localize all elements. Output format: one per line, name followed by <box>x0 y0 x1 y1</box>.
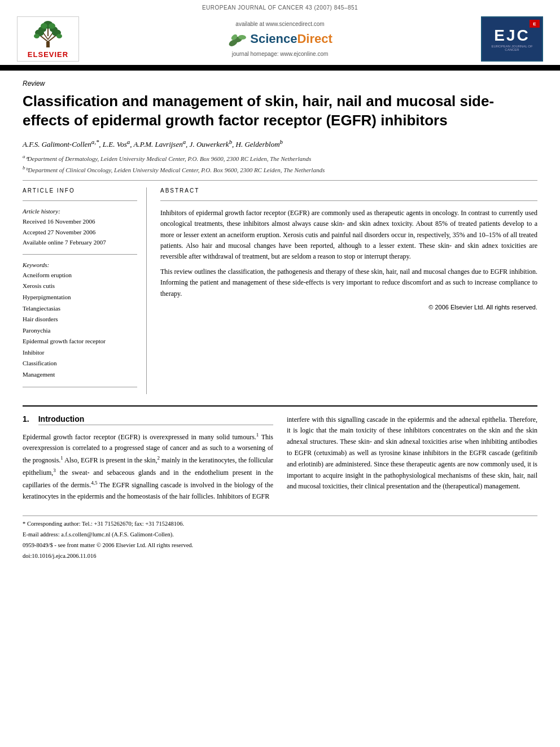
keyword-1: Acneiform eruption <box>23 270 137 281</box>
ejc-subtitle: EUROPEAN JOURNAL OF CANCER <box>482 45 542 51</box>
available-date: Available online 7 February 2007 <box>23 238 137 247</box>
footer-notes: * Corresponding author: Tel.: +31 715262… <box>23 516 537 561</box>
affiliation-b: bᵇDepartment of Clinical Oncology, Leide… <box>23 165 537 174</box>
elsevier-label: ELSEVIER <box>28 50 68 59</box>
introduction-section: 1. Introduction Epidermal growth factor … <box>23 414 537 507</box>
section-1-title: Introduction <box>38 414 273 425</box>
svg-point-12 <box>49 23 55 29</box>
ejc-logo: EJC EUROPEAN JOURNAL OF CANCER E <box>481 16 543 62</box>
abstract-header: ABSTRACT <box>160 187 537 194</box>
black-bar <box>0 66 560 71</box>
email-note: E-mail address: a.f.s.collen@lumc.nl (A.… <box>23 530 537 540</box>
abstract-paragraph-2: This review outlines the classification,… <box>160 267 537 299</box>
review-label: Review <box>23 80 537 88</box>
section-1-right-text: interfere with this signalling cascade i… <box>287 414 537 493</box>
keywords-divider <box>23 254 137 255</box>
keywords-bottom-divider <box>23 387 137 387</box>
accepted-date: Accepted 27 November 2006 <box>23 228 137 237</box>
section-1-title-row: 1. Introduction <box>23 414 273 425</box>
keyword-5: Hair disorders <box>23 314 137 325</box>
elsevier-logo: ELSEVIER <box>17 16 79 62</box>
keywords-label: Keywords: <box>23 261 137 268</box>
article-info-abstract-section: ARTICLE INFO Article history: Received 1… <box>23 187 537 394</box>
article-info-header: ARTICLE INFO <box>23 187 137 194</box>
section-1-left-text: Epidermal growth factor receptor (EGFR) … <box>23 431 273 503</box>
svg-point-13 <box>34 34 40 38</box>
journal-homepage-text: journal homepage: www.ejconline.com <box>90 51 470 57</box>
page: EUROPEAN JOURNAL OF CANCER 43 (2007) 845… <box>0 0 560 747</box>
journal-reference: EUROPEAN JOURNAL OF CANCER 43 (2007) 845… <box>0 0 560 13</box>
affiliation-a: aᵃDepartment of Dermatology, Leiden Univ… <box>23 154 537 163</box>
abstract-column: ABSTRACT Inhibitors of epidermal growth … <box>160 187 537 394</box>
ejc-letters: EJC <box>494 27 530 45</box>
keyword-2: Xerosis cutis <box>23 281 137 291</box>
keyword-4: Telangiectasias <box>23 304 137 314</box>
sciencedirect-logo: ScienceDirect <box>90 30 470 47</box>
svg-point-14 <box>56 34 62 38</box>
svg-point-11 <box>41 23 47 29</box>
abstract-paragraph-1: Inhibitors of epidermal growth factor re… <box>160 208 537 262</box>
header-logos: ELSEVIER available at www.sciencedirect.… <box>0 13 560 66</box>
main-content: Review Classification and management of … <box>0 71 560 574</box>
keyword-8: Inhibitor <box>23 348 137 358</box>
copyright: © 2006 Elsevier Ltd. All rights reserved… <box>160 304 537 311</box>
sd-brand-text: ScienceDirect <box>250 32 333 46</box>
keyword-10: Management <box>23 370 137 380</box>
keyword-6: Paronychia <box>23 326 137 336</box>
keyword-3: Hyperpigmentation <box>23 292 137 303</box>
header-divider <box>23 180 537 181</box>
corresponding-author-note: * Corresponding author: Tel.: +31 715262… <box>23 519 537 529</box>
introduction-right: interfere with this signalling cascade i… <box>287 414 537 507</box>
article-history-label: Article history: <box>23 208 137 215</box>
article-info-column: ARTICLE INFO Article history: Received 1… <box>23 187 147 394</box>
available-at-text: available at www.sciencedirect.com <box>90 21 470 27</box>
received-date: Received 16 November 2006 <box>23 217 137 226</box>
article-title: Classification and management of skin, h… <box>23 92 537 130</box>
keyword-9: Classification <box>23 359 137 369</box>
abstract-top-divider <box>160 200 537 201</box>
authors: A.F.S. Galimont-Collena,*, L.E. Vosa, A.… <box>23 138 537 149</box>
body-section-divider <box>23 405 537 407</box>
sciencedirect-header: available at www.sciencedirect.com Scien… <box>79 21 481 57</box>
issn-note: 0959-8049/$ - see front matter © 2006 El… <box>23 541 537 551</box>
introduction-left: 1. Introduction Epidermal growth factor … <box>23 414 273 507</box>
doi-note: doi:10.1016/j.ejca.2006.11.016 <box>23 552 537 561</box>
keyword-7: Epidermal growth factor receptor <box>23 337 137 347</box>
article-info-top-divider <box>23 200 137 201</box>
section-1-number: 1. <box>23 414 29 423</box>
svg-rect-0 <box>46 42 50 47</box>
